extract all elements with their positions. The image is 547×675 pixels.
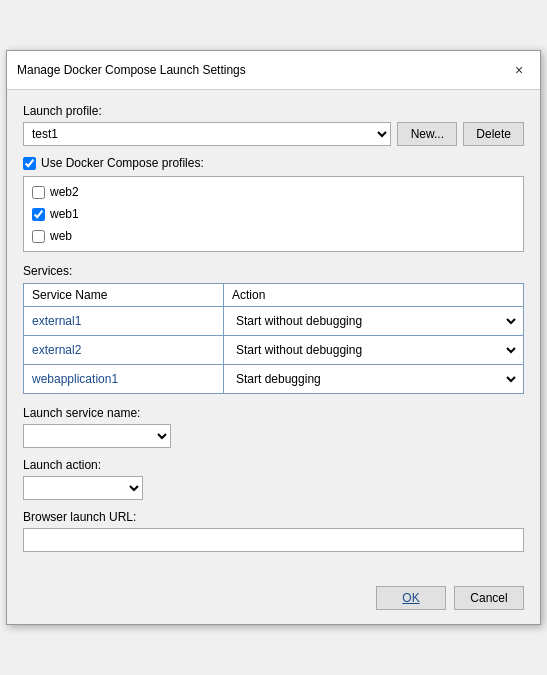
use-docker-profiles-row: Use Docker Compose profiles: bbox=[23, 156, 524, 170]
ok-button[interactable]: OK bbox=[376, 586, 446, 610]
table-row: webapplication1 Start without debugging … bbox=[24, 365, 524, 394]
services-label: Services: bbox=[23, 264, 524, 278]
profile-checkbox-web2[interactable] bbox=[32, 186, 45, 199]
new-button[interactable]: New... bbox=[397, 122, 457, 146]
profile-checkbox-web[interactable] bbox=[32, 230, 45, 243]
launch-profile-section: Launch profile: test1 test2 New... Delet… bbox=[23, 104, 524, 146]
profile-item-web1: web1 bbox=[32, 203, 515, 225]
action-cell-external2: Start without debugging Start debugging … bbox=[224, 336, 524, 365]
browser-url-label: Browser launch URL: bbox=[23, 510, 524, 524]
dialog-title: Manage Docker Compose Launch Settings bbox=[17, 63, 246, 77]
launch-action-select[interactable] bbox=[23, 476, 143, 500]
cancel-button[interactable]: Cancel bbox=[454, 586, 524, 610]
browser-url-input[interactable] bbox=[23, 528, 524, 552]
use-docker-profiles-checkbox[interactable] bbox=[23, 157, 36, 170]
action-cell-webapplication1: Start without debugging Start debugging … bbox=[224, 365, 524, 394]
delete-button[interactable]: Delete bbox=[463, 122, 524, 146]
browser-url-section: Browser launch URL: bbox=[23, 510, 524, 552]
manage-docker-dialog: Manage Docker Compose Launch Settings × … bbox=[6, 50, 541, 625]
launch-action-section: Launch action: bbox=[23, 458, 524, 500]
dialog-footer: OK Cancel bbox=[7, 576, 540, 624]
service-name-external2: external2 bbox=[24, 336, 224, 365]
services-section: Services: Service Name Action external1 … bbox=[23, 264, 524, 394]
profile-label-web: web bbox=[50, 229, 72, 243]
docker-profiles-section: Use Docker Compose profiles: web2 web1 w… bbox=[23, 156, 524, 252]
table-row: external1 Start without debugging Start … bbox=[24, 307, 524, 336]
launch-profile-row: test1 test2 New... Delete bbox=[23, 122, 524, 146]
launch-service-section: Launch service name: bbox=[23, 406, 524, 448]
table-row: external2 Start without debugging Start … bbox=[24, 336, 524, 365]
profile-label-web2: web2 bbox=[50, 185, 79, 199]
service-name-external1: external1 bbox=[24, 307, 224, 336]
title-bar: Manage Docker Compose Launch Settings × bbox=[7, 51, 540, 90]
profile-item-web: web bbox=[32, 225, 515, 247]
action-select-webapplication1[interactable]: Start without debugging Start debugging … bbox=[228, 367, 519, 391]
action-select-external1[interactable]: Start without debugging Start debugging … bbox=[228, 309, 519, 333]
services-header-row: Service Name Action bbox=[24, 284, 524, 307]
profile-item-web2: web2 bbox=[32, 181, 515, 203]
dialog-content: Launch profile: test1 test2 New... Delet… bbox=[7, 90, 540, 576]
close-button[interactable]: × bbox=[508, 59, 530, 81]
service-name-header: Service Name bbox=[24, 284, 224, 307]
use-docker-profiles-label: Use Docker Compose profiles: bbox=[41, 156, 204, 170]
profile-label-web1: web1 bbox=[50, 207, 79, 221]
profile-checkbox-web1[interactable] bbox=[32, 208, 45, 221]
action-header: Action bbox=[224, 284, 524, 307]
action-select-external2[interactable]: Start without debugging Start debugging … bbox=[228, 338, 519, 362]
launch-profile-label: Launch profile: bbox=[23, 104, 524, 118]
service-name-webapplication1: webapplication1 bbox=[24, 365, 224, 394]
launch-service-label: Launch service name: bbox=[23, 406, 524, 420]
action-cell-external1: Start without debugging Start debugging … bbox=[224, 307, 524, 336]
launch-action-label: Launch action: bbox=[23, 458, 524, 472]
profiles-list: web2 web1 web bbox=[23, 176, 524, 252]
services-table: Service Name Action external1 Start with… bbox=[23, 283, 524, 394]
launch-profile-select[interactable]: test1 test2 bbox=[23, 122, 391, 146]
launch-service-select[interactable] bbox=[23, 424, 171, 448]
